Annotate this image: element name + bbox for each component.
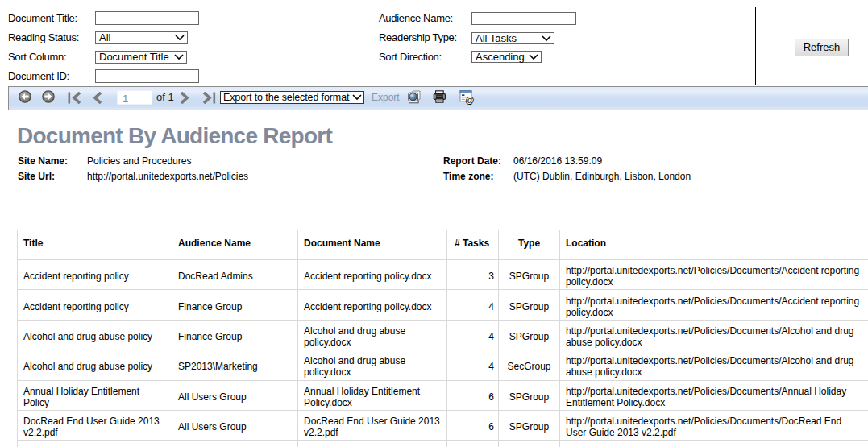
svg-text:@: @ <box>465 95 474 105</box>
